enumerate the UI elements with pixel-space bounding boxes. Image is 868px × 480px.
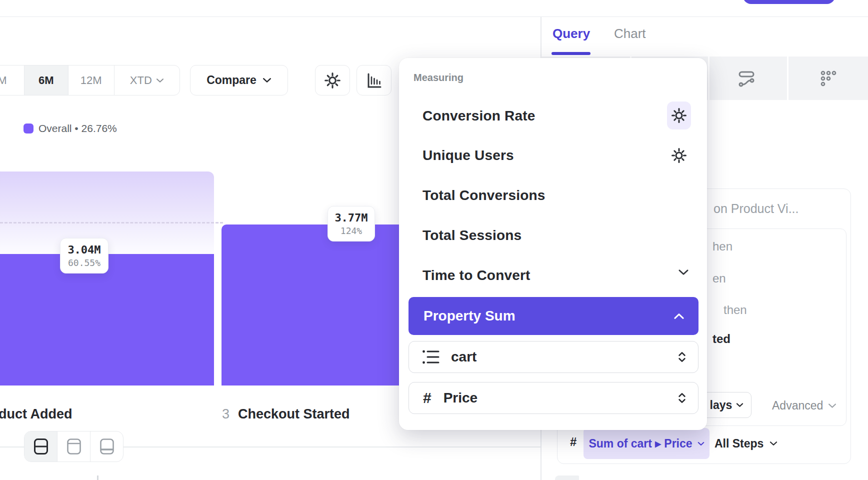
advanced-button[interactable]: Advanced (772, 399, 836, 412)
menu-item-total-conversions[interactable]: Total Conversions (399, 186, 707, 206)
primary-action-button[interactable] (743, 0, 835, 4)
chevron-down-icon (828, 403, 836, 408)
chevron-down-icon (698, 442, 704, 446)
layout-bottom-bar-icon (100, 438, 114, 455)
conversion-window-label-fragment: lays (710, 398, 732, 412)
gear-icon (324, 72, 342, 90)
number-property-icon: # (570, 435, 576, 449)
time-range-m[interactable]: M (0, 66, 24, 95)
measuring-dropdown-panel: Measuring Conversion Rate Unique Users T… (399, 58, 707, 430)
step-1-label-fragment: duct Added (0, 406, 72, 422)
funnel-analytics-app: Query Chart M 6M 12M XTD Compare (0, 0, 868, 480)
previous-step-dashed-line (0, 222, 223, 224)
chart-type-button[interactable] (356, 65, 392, 96)
menu-item-unique-users[interactable]: Unique Users (399, 146, 707, 166)
cell-divider (708, 56, 710, 100)
step-row-fragment: then (724, 303, 747, 317)
query-card-title-fragment: on Product Vi... (714, 202, 798, 216)
step-2-name: Checkout Started (238, 406, 350, 422)
gear-icon (670, 107, 688, 124)
funnel-bar-1[interactable] (0, 254, 214, 386)
chevron-down-icon (736, 402, 744, 408)
partial-element-tick (97, 476, 98, 480)
cell-divider (787, 56, 788, 100)
step-row-fragment: en (712, 272, 726, 286)
apps-grid-view-button[interactable] (798, 56, 858, 100)
list-property-icon (422, 350, 440, 364)
property-select-field[interactable]: cart (408, 341, 698, 373)
advanced-label: Advanced (772, 399, 823, 412)
select-updown-icon (677, 350, 687, 364)
top-bar (0, 0, 868, 17)
conversion-window-button[interactable]: lays (702, 392, 752, 418)
chevron-down-icon (262, 78, 272, 83)
gear-icon (670, 147, 688, 164)
unique-users-settings-button[interactable] (667, 142, 691, 170)
step-row-fragment: ted (712, 332, 730, 346)
time-range-6m[interactable]: 6M (24, 66, 68, 95)
chevron-down-icon (678, 269, 689, 276)
menu-item-time-to-convert[interactable]: Time to Convert (399, 266, 707, 286)
chevron-up-icon (674, 313, 684, 320)
chevron-down-icon (770, 441, 778, 446)
time-range-12m[interactable]: 12M (68, 66, 114, 95)
select-updown-icon (677, 392, 687, 404)
chart-settings-button[interactable] (315, 65, 350, 96)
time-range-xtd-label: XTD (130, 74, 152, 87)
layout-bottom-bar-button[interactable] (90, 432, 123, 462)
all-steps-dropdown[interactable]: All Steps (714, 428, 778, 459)
partial-element-pill (555, 476, 579, 480)
measurement-chip-label: Sum of cart ▸ Price (588, 437, 692, 450)
layout-toggle-group (24, 431, 124, 462)
property-sum-label: Property Sum (424, 308, 516, 324)
all-steps-label: All Steps (714, 437, 764, 450)
menu-item-property-sum-selected[interactable]: Property Sum (408, 297, 698, 335)
tab-chart[interactable]: Chart (614, 26, 646, 42)
property-name: cart (451, 349, 677, 365)
step-2-label: 3 Checkout Started (222, 406, 350, 422)
legend-swatch (24, 124, 34, 134)
time-range-xtd[interactable]: XTD (114, 66, 180, 95)
bar-chart-icon (365, 72, 383, 90)
funnel-bar-2[interactable] (222, 224, 405, 386)
layout-top-bar-button[interactable] (57, 432, 90, 462)
compare-button[interactable]: Compare (190, 65, 288, 96)
bar-1-percent: 60.55% (68, 258, 100, 268)
flow-icon (737, 69, 756, 88)
tab-query[interactable]: Query (552, 26, 590, 42)
step-row-fragment: hen (712, 240, 732, 254)
tab-query-active-underline (552, 52, 590, 55)
measuring-title: Measuring (414, 72, 464, 84)
bar-2-value-tooltip: 3.77M 124% (328, 206, 375, 242)
menu-item-conversion-rate[interactable]: Conversion Rate (399, 106, 707, 126)
flows-view-button[interactable] (716, 56, 776, 100)
number-property-icon: # (423, 390, 432, 406)
chevron-down-icon (156, 78, 164, 83)
measurement-chip[interactable]: Sum of cart ▸ Price (584, 428, 710, 459)
layout-rows-icon (34, 438, 48, 455)
grid-dots-icon (820, 70, 838, 88)
step-2-number: 3 (222, 406, 230, 422)
layout-top-bar-icon (66, 438, 82, 455)
layout-split-rows-button[interactable] (24, 432, 57, 462)
bar-1-value-tooltip: 3.04M 60.55% (60, 238, 108, 274)
compare-label: Compare (206, 74, 256, 87)
property-field-name: Price (444, 390, 677, 406)
bar-2-value: 3.77M (334, 212, 368, 224)
menu-item-total-sessions[interactable]: Total Sessions (399, 226, 707, 246)
property-field-select[interactable]: # Price (408, 382, 698, 414)
bar-2-percent: 124% (340, 226, 362, 236)
conversion-rate-settings-button[interactable] (667, 102, 691, 130)
legend-label: Overall • 26.76% (38, 122, 117, 134)
bar-1-value: 3.04M (68, 244, 100, 256)
time-range-group: M 6M 12M XTD (0, 65, 180, 96)
